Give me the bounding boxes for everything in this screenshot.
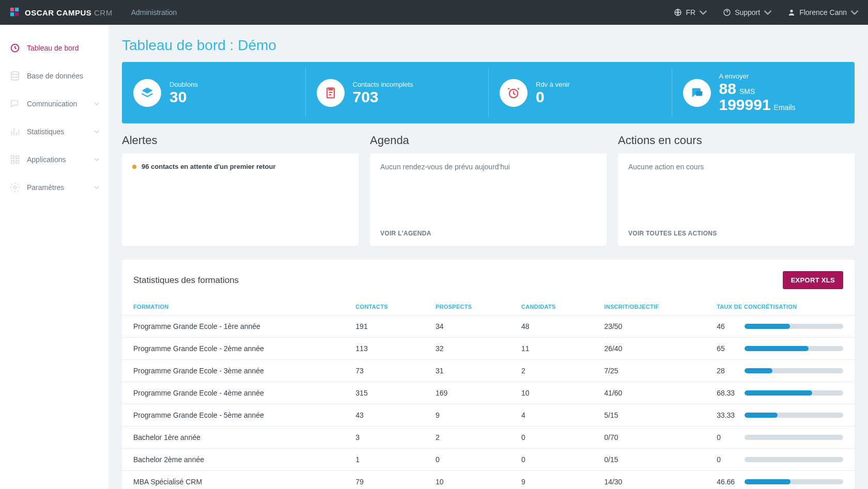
cell-candidats: 2 (510, 360, 593, 382)
sidebar-item-applications[interactable]: Applications (0, 146, 109, 173)
sidebar-item-statistiques[interactable]: Statistiques (0, 118, 109, 146)
table-row[interactable]: Bachelor 2ème année1000/150 (122, 449, 855, 471)
chevron-down-icon (764, 8, 772, 17)
cell-candidats: 0 (510, 449, 593, 471)
svg-rect-3 (15, 12, 19, 16)
sidebar-item-base-de-donn-es[interactable]: Base de données (0, 62, 109, 90)
logo[interactable]: OSCAR CAMPUS CRM (9, 7, 113, 18)
user-menu[interactable]: Florence Cann (787, 8, 859, 17)
sidebar-icon (9, 126, 21, 137)
table-row[interactable]: Bachelor 1ère année3200/700 (122, 427, 855, 449)
cell-contacts: 113 (344, 338, 424, 360)
actions-link[interactable]: VOIR TOUTES LES ACTIONS (628, 230, 844, 237)
table-row[interactable]: MBA Spécialisé CRM7910914/3046.66 (122, 471, 855, 490)
sidebar-item-label: Paramètres (27, 183, 64, 192)
stat-label: Contacts incomplets (353, 81, 413, 88)
sidebar-item-label: Communication (27, 100, 77, 108)
stat-value: 30 (169, 88, 198, 105)
col-header[interactable]: FORMATION (122, 298, 344, 316)
table-row[interactable]: Programme Grande Ecole - 3ème année73312… (122, 360, 855, 382)
export-xls-button[interactable]: EXPORT XLS (783, 271, 843, 289)
col-header[interactable]: INSCRIT/OBJECTIF (593, 298, 705, 316)
progress-bar (745, 479, 843, 484)
cell-formation: Bachelor 1ère année (122, 427, 344, 449)
col-header[interactable]: PROSPECTS (424, 298, 510, 316)
table-row[interactable]: Programme Grande Ecole - 1ère année19134… (122, 316, 855, 338)
chevron-down-icon (94, 185, 99, 190)
agenda-card: Aucun rendez-vous de prévu aujourd'hui V… (370, 153, 607, 246)
cell-inscrit: 0/70 (593, 427, 705, 449)
svg-rect-10 (16, 156, 19, 159)
table-row[interactable]: Programme Grande Ecole - 4ème année31516… (122, 382, 855, 404)
progress-bar (745, 413, 843, 418)
admin-link[interactable]: Administration (131, 8, 177, 17)
logo-icon (9, 7, 21, 18)
logo-text: OSCAR CAMPUS CRM (25, 8, 113, 17)
cell-inscrit: 14/30 (593, 471, 705, 490)
svg-point-8 (11, 72, 19, 75)
chevron-down-icon (94, 129, 99, 134)
actions-title: Actions en cours (618, 134, 855, 147)
sidebar-item-communication[interactable]: Communication (0, 90, 109, 118)
agenda-empty: Aucun rendez-vous de prévu aujourd'hui (380, 163, 596, 171)
support-menu[interactable]: Support (723, 8, 772, 17)
stat-value: 0 (536, 88, 570, 105)
sidebar-item-param-tres[interactable]: Paramètres (0, 173, 109, 201)
progress-bar (745, 457, 843, 462)
cell-taux: 68.33 (705, 382, 855, 404)
cell-candidats: 9 (510, 471, 593, 490)
table-title: Statistiques des formations (133, 275, 239, 286)
globe-icon (674, 8, 682, 17)
user-icon (787, 8, 796, 17)
actions-empty: Aucune action en cours (628, 163, 844, 171)
progress-bar (745, 435, 843, 440)
progress-bar (745, 390, 843, 396)
cell-taux: 0 (705, 427, 855, 449)
cell-candidats: 4 (510, 404, 593, 427)
cell-taux: 65 (705, 338, 855, 360)
agenda-link[interactable]: VOIR L'AGENDA (380, 230, 596, 237)
stat-doublons[interactable]: Doublons 30 (122, 62, 305, 123)
cell-candidats: 48 (510, 316, 593, 338)
alert-item[interactable]: 96 contacts en attente d'un premier reto… (132, 163, 348, 170)
cell-prospects: 169 (424, 382, 510, 404)
cell-candidats: 11 (510, 338, 593, 360)
sidebar-icon (9, 42, 21, 54)
chevron-down-icon (94, 157, 99, 162)
col-header[interactable]: TAUX DE CONCRÉTISATION (705, 298, 855, 316)
stat-incomplets[interactable]: Contacts incomplets 703 (305, 62, 489, 123)
svg-rect-16 (695, 91, 702, 96)
lang-switcher[interactable]: FR (674, 8, 707, 17)
support-label: Support (735, 8, 760, 17)
stat-sms-value: 88 (719, 80, 736, 97)
svg-point-6 (791, 10, 793, 12)
alertes-card: 96 contacts en attente d'un premier reto… (122, 153, 359, 246)
sidebar-item-tableau-de-bord[interactable]: Tableau de bord (0, 34, 109, 62)
topbar: OSCAR CAMPUS CRM Administration FR Suppo… (0, 0, 868, 25)
chevron-down-icon (699, 8, 707, 17)
progress-bar (745, 368, 843, 373)
table-row[interactable]: Programme Grande Ecole - 2ème année11332… (122, 338, 855, 360)
svg-rect-2 (10, 12, 14, 16)
stat-aenvoyer[interactable]: A envoyer 88 SMS 199991 Emails (672, 62, 855, 123)
col-header[interactable]: CONTACTS (344, 298, 424, 316)
stat-rdv[interactable]: Rdv à venir 0 (488, 62, 672, 123)
cell-prospects: 34 (424, 316, 510, 338)
sidebar-item-label: Base de données (27, 72, 83, 80)
chevron-down-icon (94, 101, 99, 106)
sidebar-item-label: Tableau de bord (27, 44, 79, 52)
col-header[interactable]: CANDIDATS (510, 298, 593, 316)
help-icon (723, 8, 731, 17)
cell-inscrit: 5/15 (593, 404, 705, 427)
cell-contacts: 191 (344, 316, 424, 338)
cell-formation: Programme Grande Ecole - 4ème année (122, 382, 344, 404)
cell-formation: MBA Spécialisé CRM (122, 471, 344, 490)
table-row[interactable]: Programme Grande Ecole - 5ème année43945… (122, 404, 855, 427)
sidebar-item-label: Applications (27, 155, 66, 164)
svg-rect-1 (15, 8, 19, 11)
cell-prospects: 32 (424, 338, 510, 360)
sidebar-icon (9, 182, 21, 193)
cell-inscrit: 23/50 (593, 316, 705, 338)
cell-taux: 33.33 (705, 404, 855, 427)
cell-inscrit: 26/40 (593, 338, 705, 360)
